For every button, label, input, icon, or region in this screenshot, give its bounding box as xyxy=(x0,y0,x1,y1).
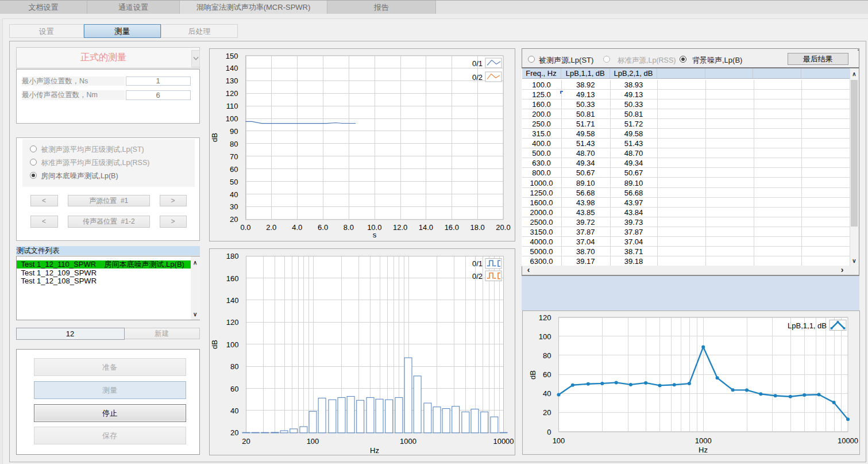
svg-text:120: 120 xyxy=(226,318,238,327)
svg-text:LpB,1,1, dB: LpB,1,1, dB xyxy=(788,321,827,330)
svg-text:10000: 10000 xyxy=(837,436,858,445)
svg-text:14.0: 14.0 xyxy=(418,223,433,232)
svg-text:100: 100 xyxy=(306,436,319,445)
svg-text:Hz: Hz xyxy=(370,446,379,455)
svg-text:dB: dB xyxy=(210,133,219,142)
svg-text:20: 20 xyxy=(230,428,238,437)
svg-text:180: 180 xyxy=(226,252,238,260)
svg-text:100: 100 xyxy=(225,114,238,123)
svg-text:80: 80 xyxy=(230,362,238,371)
svg-text:40: 40 xyxy=(543,389,551,398)
svg-text:70: 70 xyxy=(230,152,238,160)
svg-text:0/1: 0/1 xyxy=(472,259,482,267)
svg-text:30: 30 xyxy=(230,202,238,211)
svg-text:20: 20 xyxy=(543,408,551,417)
svg-text:100: 100 xyxy=(538,332,551,341)
svg-text:20: 20 xyxy=(242,436,250,445)
svg-text:s: s xyxy=(372,231,376,239)
svg-text:150: 150 xyxy=(225,51,238,60)
svg-text:90: 90 xyxy=(230,126,238,135)
svg-text:0/2: 0/2 xyxy=(472,73,482,82)
svg-text:dB: dB xyxy=(528,370,537,379)
svg-text:120: 120 xyxy=(538,313,551,322)
svg-text:100: 100 xyxy=(226,340,238,348)
svg-text:16.0: 16.0 xyxy=(444,223,458,232)
svg-text:80: 80 xyxy=(543,351,551,360)
svg-text:dB: dB xyxy=(210,340,219,349)
svg-text:12.0: 12.0 xyxy=(392,223,407,232)
svg-text:0/1: 0/1 xyxy=(472,59,482,68)
svg-text:18.0: 18.0 xyxy=(470,223,484,232)
svg-text:6.0: 6.0 xyxy=(318,223,328,232)
svg-text:40: 40 xyxy=(230,190,238,198)
svg-text:10000: 10000 xyxy=(493,436,514,445)
svg-text:60: 60 xyxy=(230,384,238,393)
svg-text:110: 110 xyxy=(226,102,238,110)
svg-text:20: 20 xyxy=(230,215,238,224)
svg-text:20.0: 20.0 xyxy=(496,223,510,232)
svg-text:0/2: 0/2 xyxy=(472,271,482,280)
svg-text:100: 100 xyxy=(552,436,565,445)
svg-text:2.0: 2.0 xyxy=(266,223,276,232)
svg-text:60: 60 xyxy=(230,164,238,173)
svg-text:80: 80 xyxy=(230,139,238,148)
svg-text:160: 160 xyxy=(226,274,238,282)
svg-text:140: 140 xyxy=(225,64,238,72)
svg-text:0.0: 0.0 xyxy=(240,223,250,232)
svg-text:1000: 1000 xyxy=(695,436,711,445)
svg-text:0: 0 xyxy=(547,428,551,436)
svg-text:130: 130 xyxy=(225,76,238,85)
svg-text:40: 40 xyxy=(230,406,238,415)
svg-text:Hz: Hz xyxy=(699,446,708,454)
svg-text:4.0: 4.0 xyxy=(292,223,302,232)
svg-text:140: 140 xyxy=(226,296,238,304)
svg-text:50: 50 xyxy=(230,177,238,186)
svg-text:1000: 1000 xyxy=(400,436,416,445)
svg-text:8.0: 8.0 xyxy=(343,223,353,232)
svg-text:120: 120 xyxy=(225,89,238,98)
svg-text:60: 60 xyxy=(543,370,551,379)
